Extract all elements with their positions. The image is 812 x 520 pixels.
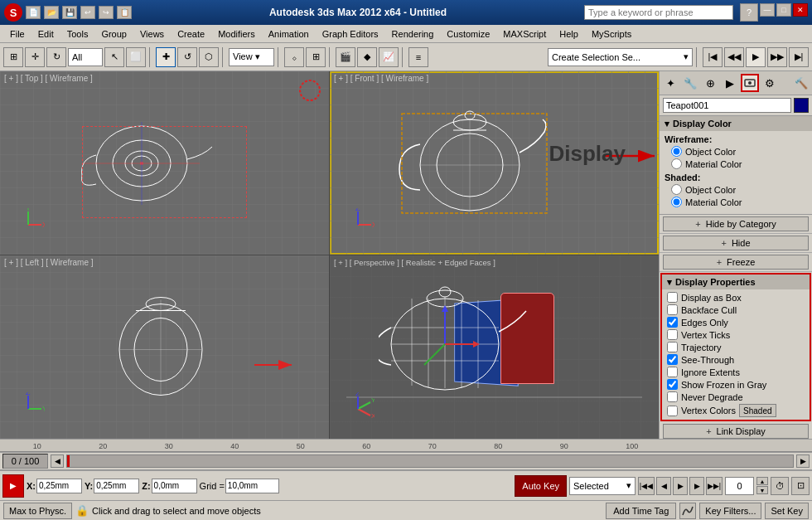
frame-up[interactable]: ▲ [756, 477, 768, 485]
hide-btn[interactable]: + Hide [663, 236, 809, 250]
next-key-btn[interactable]: ▶▶ [767, 47, 787, 67]
panel-icon-hierarchy[interactable]: ⊕ [701, 74, 719, 92]
set-key-btn[interactable]: Set Key [765, 503, 809, 519]
toolbar-icon3[interactable]: 💾 [62, 6, 77, 19]
panel-icon-modify[interactable]: 🔧 [681, 74, 699, 92]
toolbar-icon2[interactable]: 📂 [44, 6, 59, 19]
frame-input[interactable] [725, 477, 754, 495]
time-config-btn[interactable]: ⏱ [771, 477, 789, 495]
toolbar-icon[interactable]: 📄 [26, 6, 41, 19]
lock-icon[interactable]: 🔒 [75, 504, 89, 517]
menu-rendering[interactable]: Rendering [385, 27, 441, 41]
selected-dropdown[interactable]: Selected ▾ [569, 477, 636, 495]
shaded-object-radio[interactable] [671, 184, 682, 195]
all-dropdown[interactable]: All [68, 48, 103, 66]
shaded-mat-row[interactable]: Material Color [665, 197, 807, 207]
wireframe-object-radio[interactable] [671, 146, 682, 157]
snap-btn[interactable]: ⊞ [306, 47, 326, 67]
close-button[interactable]: ✕ [793, 3, 808, 17]
select-region-btn[interactable]: ⬜ [126, 47, 146, 67]
viewport-left[interactable]: [ + ] [ Left ] [ Wireframe ] Y Z [0, 255, 329, 439]
transport-next[interactable]: ▶ [689, 477, 704, 495]
shaded-material-radio[interactable] [671, 197, 682, 207]
wireframe-material-radio[interactable] [671, 158, 682, 169]
menu-graph-editors[interactable]: Graph Editors [316, 27, 385, 41]
viewport-top[interactable]: [ + ] [ Top ] [ Wireframe ] X Y [0, 71, 329, 255]
play-btn[interactable]: ▶ [746, 47, 766, 67]
menu-create[interactable]: Create [171, 27, 211, 41]
render-btn[interactable]: 🎬 [336, 47, 355, 67]
curve-icon[interactable] [679, 503, 696, 519]
display-properties-header[interactable]: ▾ Display Properties [662, 275, 810, 289]
panel-icon-create[interactable]: ✦ [661, 74, 679, 92]
toolbar-icon5[interactable]: ↪ [99, 6, 114, 19]
timeline-prev-btn[interactable]: ◀ [51, 454, 64, 468]
menu-views[interactable]: Views [133, 27, 171, 41]
create-selection-dropdown[interactable]: Create Selection Se... ▾ [548, 48, 693, 66]
panel-icon-display[interactable] [741, 74, 759, 92]
curve-editor-btn[interactable]: 📈 [379, 47, 399, 67]
select-mode-btn[interactable]: ⊞ [3, 47, 23, 67]
move-btn[interactable]: ✛ [25, 47, 45, 67]
menu-group[interactable]: Group [94, 27, 133, 41]
next-frame-btn[interactable]: ▶| [789, 47, 809, 67]
layers-btn[interactable]: ≡ [408, 47, 428, 67]
transport-end[interactable]: ▶▶| [706, 477, 723, 495]
menu-myscripts[interactable]: MyScripts [585, 27, 638, 41]
coord-z-input[interactable] [152, 479, 197, 493]
ignore-extents-cb[interactable] [667, 367, 678, 377]
grid-input[interactable] [225, 479, 279, 493]
transport-play[interactable]: ▶ [673, 477, 688, 495]
material-btn[interactable]: ◆ [357, 47, 377, 67]
link-display-btn[interactable]: + Link Display [663, 424, 809, 439]
toolbar-icon6[interactable]: 📋 [117, 6, 132, 19]
reference-btn[interactable]: ⬦ [284, 47, 304, 67]
toolbar-icon4[interactable]: ↩ [80, 6, 95, 19]
never-degrade-cb[interactable] [667, 391, 678, 402]
auto-key-btn[interactable]: Auto Key [515, 475, 567, 497]
view-dropdown[interactable]: View ▾ [229, 48, 274, 66]
prev-frame-btn[interactable]: |◀ [703, 47, 723, 67]
prev-key-btn[interactable]: ◀◀ [724, 47, 744, 67]
key-filters-btn[interactable]: Key Filters... [699, 503, 761, 519]
freeze-btn[interactable]: + Freeze [663, 255, 809, 270]
move-tool-btn[interactable]: ✚ [156, 47, 176, 67]
maximize-button[interactable]: □ [776, 3, 791, 17]
max-to-physc[interactable]: Max to Physc. [3, 503, 72, 519]
viewport-front[interactable]: [ + ] [ Front ] [ Wireframe ] X Z [330, 71, 659, 255]
display-as-box-cb[interactable] [667, 292, 678, 303]
wireframe-mat-row[interactable]: Material Color [665, 158, 807, 169]
hide-by-category-btn[interactable]: + Hide by Category [663, 216, 809, 231]
search-input[interactable] [584, 5, 733, 20]
coord-y-input[interactable] [94, 479, 139, 493]
see-through-cb[interactable] [667, 354, 678, 365]
menu-edit[interactable]: Edit [31, 27, 60, 41]
rotate-tool-btn[interactable]: ↺ [177, 47, 197, 67]
wireframe-obj-row[interactable]: Object Color [665, 146, 807, 157]
panel-icon-motion[interactable]: ▶ [721, 74, 739, 92]
trajectory-cb[interactable] [667, 342, 678, 352]
frame-down[interactable]: ▼ [756, 486, 768, 494]
minimize-button[interactable]: — [760, 3, 775, 17]
transport-prev[interactable]: ◀ [656, 477, 671, 495]
coord-x-input[interactable] [36, 479, 82, 493]
panel-icon-utilities[interactable]: ⚙ [761, 74, 779, 92]
add-time-tag-btn[interactable]: Add Time Tag [606, 503, 676, 519]
menu-customize[interactable]: Customize [440, 27, 496, 41]
panel-wrench[interactable]: 🔨 [792, 74, 810, 92]
viewport-perspective[interactable]: [ + ] [ Perspective ] [ Realistic + Edge… [330, 255, 659, 439]
viewport-config-btn[interactable]: ⊡ [791, 477, 810, 495]
menu-animation[interactable]: Animation [262, 27, 316, 41]
shaded-obj-row[interactable]: Object Color [665, 184, 807, 195]
object-color-swatch[interactable] [794, 98, 809, 113]
select-btn[interactable]: ↖ [104, 47, 124, 67]
menu-tools[interactable]: Tools [60, 27, 95, 41]
rotate-btn[interactable]: ↻ [46, 47, 66, 67]
backface-cull-cb[interactable] [667, 304, 678, 315]
scale-btn[interactable]: ⬡ [199, 47, 219, 67]
help-icon[interactable]: ? [740, 3, 758, 22]
object-name-input[interactable]: Teapot001 [663, 98, 791, 113]
vertex-ticks-cb[interactable] [667, 329, 678, 340]
timeline-next-btn[interactable]: ▶ [796, 454, 810, 468]
transport-begin[interactable]: |◀◀ [638, 477, 655, 495]
